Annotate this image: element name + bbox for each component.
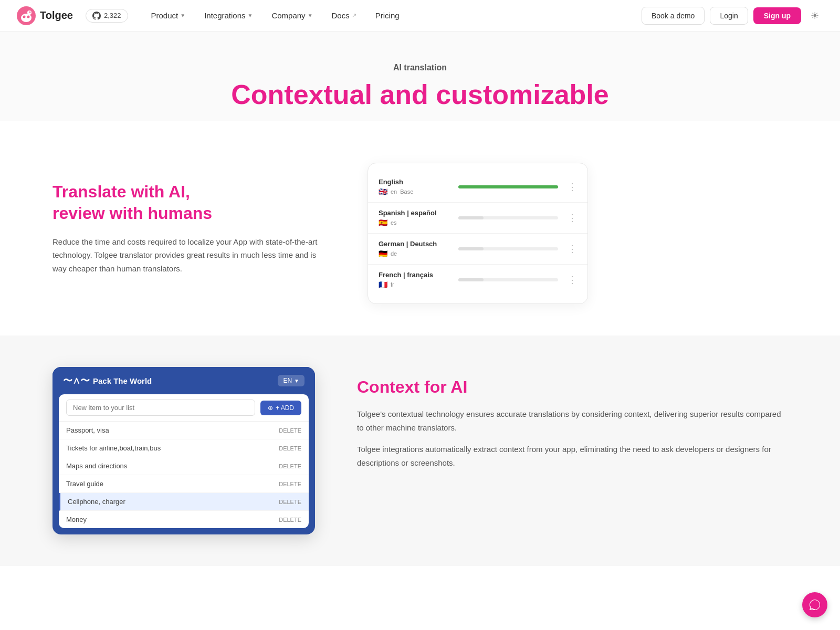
app-logo-icon: 〜∧〜 [63,374,90,387]
progress-wrap-english [458,185,558,188]
lang-name-english: English [379,178,452,186]
lang-code-es: es [391,219,397,226]
app-new-item-input[interactable] [66,400,255,416]
nav-company[interactable]: Company ▼ [263,7,321,24]
nav-product[interactable]: Product ▼ [143,7,194,24]
progress-wrap-french [458,278,558,281]
lang-meta-german: 🇩🇪 de [379,249,452,258]
lang-name-german: German | Deutsch [379,240,452,248]
section-translate: Translate with AI, review with humans Re… [0,121,840,335]
github-stars-count: 2,322 [104,12,121,19]
lang-info-spanish: Spanish | español 🇪🇸 es [379,209,452,227]
nav-actions: Book a demo Login Sign up ☀ [642,7,823,25]
svg-point-2 [23,15,26,18]
list-item-delete[interactable]: DELETE [279,463,301,469]
app-topbar: 〜∧〜 Pack The World EN ▼ [52,367,315,394]
progress-fill-french [458,278,484,281]
list-item: Travel guide DELETE [59,475,309,493]
section1-text: Translate with AI, review with humans Re… [52,181,326,276]
app-lang-badge[interactable]: EN ▼ [278,375,304,386]
app-lang-code: EN [283,377,292,384]
list-item-text: Passport, visa [66,426,109,434]
lang-code-en: en [391,188,397,195]
signup-button[interactable]: Sign up [753,7,801,24]
flag-fr: 🇫🇷 [379,280,387,289]
external-link-icon: ↗ [352,12,356,19]
list-item-delete[interactable]: DELETE [279,427,301,434]
list-item: Money DELETE [59,511,309,528]
chevron-down-icon: ▼ [308,13,313,18]
svg-point-1 [21,14,32,22]
nav-links: Product ▼ Integrations ▼ Company ▼ Docs … [143,7,642,24]
logo-icon [17,6,36,25]
nav-integrations[interactable]: Integrations ▼ [196,7,261,24]
book-demo-button[interactable]: Book a demo [642,7,705,25]
translation-widget: English 🇬🇧 en Base ⋮ Spanish | español [368,152,588,304]
flag-gb: 🇬🇧 [379,187,387,196]
list-item-delete[interactable]: DELETE [279,481,301,487]
app-input-row: ⊕ + ADD [59,394,309,422]
chevron-down-icon: ▼ [248,13,253,18]
section1-heading: Translate with AI, review with humans [52,181,326,225]
hero-subtitle: AI translation [17,63,823,72]
list-item: Cellphone, charger DELETE [59,493,309,511]
svg-point-5 [29,11,31,13]
app-demo-wrap: 〜∧〜 Pack The World EN ▼ ⊕ + ADD Pas [52,367,315,534]
app-title: Pack The World [93,376,152,385]
section-context: 〜∧〜 Pack The World EN ▼ ⊕ + ADD Pas [0,335,840,566]
lang-info-french: French | français 🇫🇷 fr [379,271,452,289]
lang-name-french: French | français [379,271,452,279]
list-item: Tickets for airline,boat,train,bus DELET… [59,439,309,457]
list-item-text: Maps and directions [66,462,127,470]
list-item-text: Travel guide [66,480,103,488]
section1-body: Reduce the time and costs required to lo… [52,235,326,276]
lang-row-german: German | Deutsch 🇩🇪 de ⋮ [368,234,587,265]
more-options-french[interactable]: ⋮ [568,274,577,286]
chevron-down-icon: ▼ [180,13,185,18]
nav-pricing[interactable]: Pricing [367,7,408,24]
logo-link[interactable]: Tolgee [17,6,73,25]
app-add-button[interactable]: ⊕ + ADD [260,401,301,415]
navbar: Tolgee 2,322 Product ▼ Integrations ▼ Co… [0,0,840,32]
progress-wrap-spanish [458,216,558,219]
app-demo: 〜∧〜 Pack The World EN ▼ ⊕ + ADD Pas [52,367,315,534]
list-item-delete[interactable]: DELETE [279,499,301,505]
app-logo: 〜∧〜 Pack The World [63,374,152,387]
progress-fill-english [458,185,558,188]
lang-base-badge: Base [400,188,413,195]
github-stars-badge[interactable]: 2,322 [86,9,128,23]
lang-code-de: de [391,250,397,257]
section2-text: Context for AI Tolgee's contextual techn… [357,367,788,478]
lang-meta-french: 🇫🇷 fr [379,280,452,289]
more-options-spanish[interactable]: ⋮ [568,212,577,224]
app-inner: ⊕ + ADD Passport, visa DELETE Tickets fo… [59,394,309,528]
list-item: Maps and directions DELETE [59,457,309,475]
more-options-german[interactable]: ⋮ [568,243,577,255]
lang-meta-spanish: 🇪🇸 es [379,218,452,227]
lang-row-french: French | français 🇫🇷 fr ⋮ [368,265,587,295]
list-item: Passport, visa DELETE [59,422,309,439]
lang-info-german: German | Deutsch 🇩🇪 de [379,240,452,258]
lang-meta-english: 🇬🇧 en Base [379,187,452,196]
lang-row-spanish: Spanish | español 🇪🇸 es ⋮ [368,203,587,234]
context-heading: Context for AI [357,377,788,397]
lang-code-fr: fr [391,281,394,288]
svg-point-3 [27,15,30,18]
list-item-delete[interactable]: DELETE [279,445,301,452]
list-item-text: Cellphone, charger [68,498,125,506]
logo-text: Tolgee [40,9,73,22]
progress-wrap-german [458,247,558,250]
progress-fill-spanish [458,216,484,219]
more-options-english[interactable]: ⋮ [568,181,577,193]
list-item-delete[interactable]: DELETE [279,517,301,523]
github-icon [92,12,101,20]
context-body2: Tolgee integrations automatically extrac… [357,443,788,469]
login-button[interactable]: Login [710,7,748,25]
theme-toggle-button[interactable]: ☀ [806,7,823,24]
nav-docs[interactable]: Docs ↗ [323,7,365,24]
hero-section: AI translation Contextual and customizab… [0,32,840,121]
progress-fill-german [458,247,484,250]
lang-info-english: English 🇬🇧 en Base [379,178,452,196]
translation-card: English 🇬🇧 en Base ⋮ Spanish | español [368,163,588,304]
hero-title: Contextual and customizable [17,79,823,110]
